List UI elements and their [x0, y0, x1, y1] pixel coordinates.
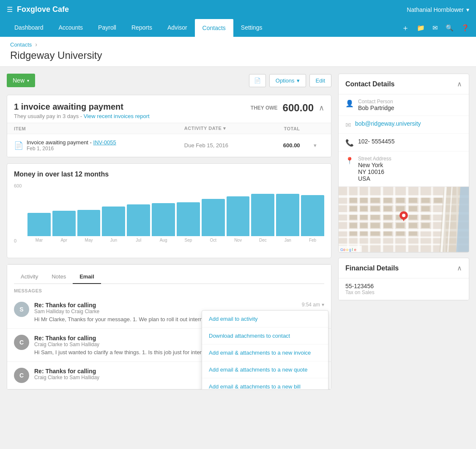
doc-button[interactable]: 📄 — [249, 74, 266, 87]
chart-card: Money in over last 12 months 600 0 MarAp… — [7, 163, 331, 258]
svg-rect-43 — [350, 223, 357, 228]
chart-bar-group: Jun — [102, 207, 125, 242]
chart-bar-label: Feb — [309, 238, 316, 242]
add-icon[interactable]: ＋ — [402, 23, 409, 33]
invoice-header: 1 invoice awaiting payment They usually … — [7, 95, 331, 123]
svg-rect-15 — [431, 187, 433, 252]
breadcrumb-sep: › — [35, 41, 37, 48]
svg-rect-29 — [409, 198, 417, 203]
svg-rect-14 — [419, 187, 421, 252]
they-owe: THEY OWE 600.00 ∧ — [251, 102, 324, 114]
svg-rect-37 — [360, 215, 368, 220]
svg-text:o: o — [346, 248, 348, 252]
svg-rect-36 — [350, 215, 357, 220]
svg-rect-48 — [409, 223, 417, 228]
invoice-subtitle: They usually pay in 3 days - View recent… — [14, 113, 150, 119]
search-icon[interactable]: 🔍 — [446, 24, 454, 32]
options-button[interactable]: Options ▾ — [269, 74, 306, 87]
svg-rect-28 — [396, 198, 405, 203]
chart-bar — [27, 213, 51, 236]
top-bar-right: Nathanial Hornblower ▾ — [407, 6, 469, 13]
help-icon[interactable]: ❓ — [461, 24, 469, 32]
tabs-area: Activity Notes Email — [7, 264, 331, 284]
email-icon: ✉ — [345, 121, 351, 129]
nav-accounts[interactable]: Accounts — [51, 19, 91, 37]
svg-rect-35 — [421, 206, 430, 211]
dropdown-new-bill[interactable]: Add email & attachments to a new bill — [202, 378, 328, 390]
new-button[interactable]: New ▾ — [7, 74, 35, 87]
svg-rect-55 — [409, 231, 417, 236]
new-label: New — [13, 77, 25, 84]
left-panel: New ▾ 📄 Options ▾ Edit 1 invoice awaitin… — [7, 74, 331, 449]
email-dropdown-toggle-1[interactable]: ▾ — [322, 302, 324, 308]
mail-icon[interactable]: ✉ — [432, 24, 438, 32]
svg-rect-21 — [350, 198, 357, 203]
contact-address-line2: NY 10016 — [358, 168, 391, 175]
nav-dashboard[interactable]: Dashboard — [7, 19, 51, 37]
user-dropdown-icon[interactable]: ▾ — [466, 6, 469, 13]
contact-details-collapse[interactable]: ∧ — [457, 80, 462, 88]
nav-contacts[interactable]: Contacts — [195, 19, 233, 37]
new-arrow-icon: ▾ — [27, 78, 29, 83]
tab-activity[interactable]: Activity — [14, 270, 45, 284]
chart-bar-group: Sep — [177, 202, 200, 242]
tab-email[interactable]: Email — [73, 270, 101, 284]
nav-reports[interactable]: Reports — [124, 19, 160, 37]
col-activity-date[interactable]: ACTIVITY DATE ▾ — [178, 123, 262, 134]
right-panel: Contact Details ∧ 👤 Contact Person Bob P… — [338, 74, 469, 449]
chart-bar — [52, 211, 76, 236]
svg-rect-23 — [371, 198, 380, 203]
chart-bars: MarAprMayJunJulAugSepOctNovDecJanFeb — [27, 183, 324, 242]
top-bar-left: ☰ Foxglove Cafe — [7, 5, 69, 14]
dropdown-add-activity[interactable]: Add email to activity — [202, 311, 328, 328]
nav-payroll[interactable]: Payroll — [90, 19, 124, 37]
svg-rect-22 — [360, 198, 368, 203]
main-layout: New ▾ 📄 Options ▾ Edit 1 invoice awaitin… — [0, 67, 476, 449]
avatar-s: S — [14, 302, 29, 317]
invoice-card: 1 invoice awaiting payment They usually … — [7, 95, 331, 157]
chart-bar-label: Jun — [110, 238, 117, 242]
edit-button[interactable]: Edit — [309, 74, 331, 87]
breadcrumb-parent[interactable]: Contacts — [10, 41, 32, 48]
messages-label: MESSAGES — [7, 284, 331, 296]
email-subject-1: Re: Thanks for calling — [34, 302, 297, 309]
svg-text:o: o — [343, 248, 345, 252]
contact-map[interactable]: G o o g l e — [339, 187, 469, 252]
nav-settings[interactable]: Settings — [233, 19, 270, 37]
email-meta-1: 9:54 am ▾ Add email to activity Download… — [302, 302, 324, 322]
chart-bar-group: Jul — [127, 204, 150, 242]
svg-point-59 — [402, 214, 405, 217]
invoice-row-action[interactable]: ▾ — [307, 134, 331, 157]
svg-rect-42 — [421, 215, 430, 220]
chart-bar-group: Apr — [52, 211, 76, 242]
invoice-subtitle-link[interactable]: View recent invoices report — [84, 113, 150, 119]
nav-advisor[interactable]: Advisor — [160, 19, 195, 37]
svg-rect-32 — [383, 206, 392, 211]
collapse-invoice-icon[interactable]: ∧ — [319, 103, 324, 113]
chart-y-max: 600 — [14, 183, 22, 188]
chart-bar-label: May — [85, 238, 93, 242]
invoice-number[interactable]: INV-0055 — [93, 139, 116, 146]
svg-rect-33 — [396, 206, 405, 211]
chart-bar-group: Nov — [227, 196, 250, 242]
dropdown-download-attachments[interactable]: Download attachments to contact — [202, 328, 328, 344]
invoice-date: Feb 1, 2016 — [27, 146, 116, 152]
dropdown-new-quote[interactable]: Add email & attachments to a new quote — [202, 361, 328, 378]
hamburger-icon[interactable]: ☰ — [7, 6, 13, 14]
financial-details-collapse[interactable]: ∧ — [457, 264, 462, 272]
invoice-row-item: 📄 Invoice awaiting payment - INV-0055 Fe… — [7, 134, 178, 157]
email-time-1: 9:54 am ▾ — [302, 302, 324, 308]
contact-address-line3: USA — [358, 175, 391, 182]
contact-phone-value: 102- 5554455 — [358, 138, 394, 145]
nav-left: Dashboard Accounts Payroll Reports Advis… — [7, 19, 270, 37]
folder-icon[interactable]: 📁 — [417, 24, 425, 32]
contact-email-value[interactable]: bob@ridgeway.university — [355, 120, 421, 127]
dropdown-new-invoice[interactable]: Add email & attachments to a new invoice — [202, 344, 328, 361]
svg-rect-10 — [368, 187, 370, 252]
chart-bar — [227, 196, 250, 236]
svg-rect-26 — [371, 206, 380, 211]
tab-notes[interactable]: Notes — [45, 270, 73, 284]
svg-rect-49 — [421, 223, 430, 228]
app-title: Foxglove Cafe — [17, 5, 69, 14]
svg-rect-45 — [371, 223, 380, 228]
